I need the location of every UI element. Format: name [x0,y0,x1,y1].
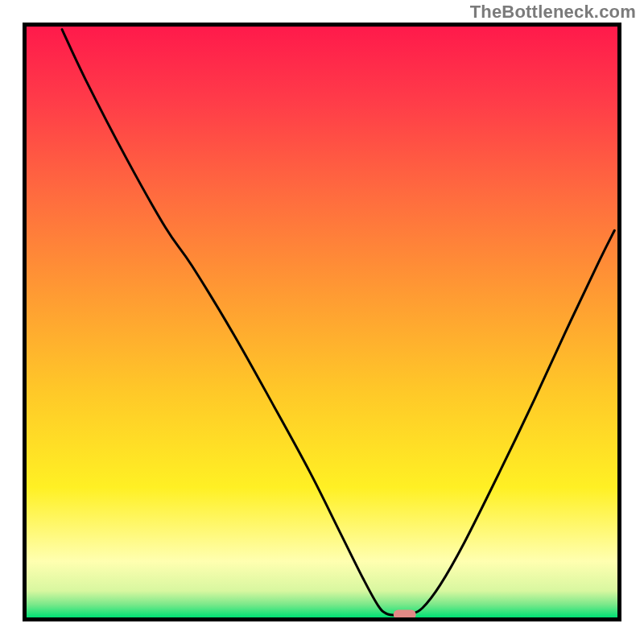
bottleneck-chart: TheBottleneck.com [0,0,644,644]
watermark-text: TheBottleneck.com [470,2,636,23]
chart-svg [0,0,644,644]
gradient-background [27,27,617,617]
